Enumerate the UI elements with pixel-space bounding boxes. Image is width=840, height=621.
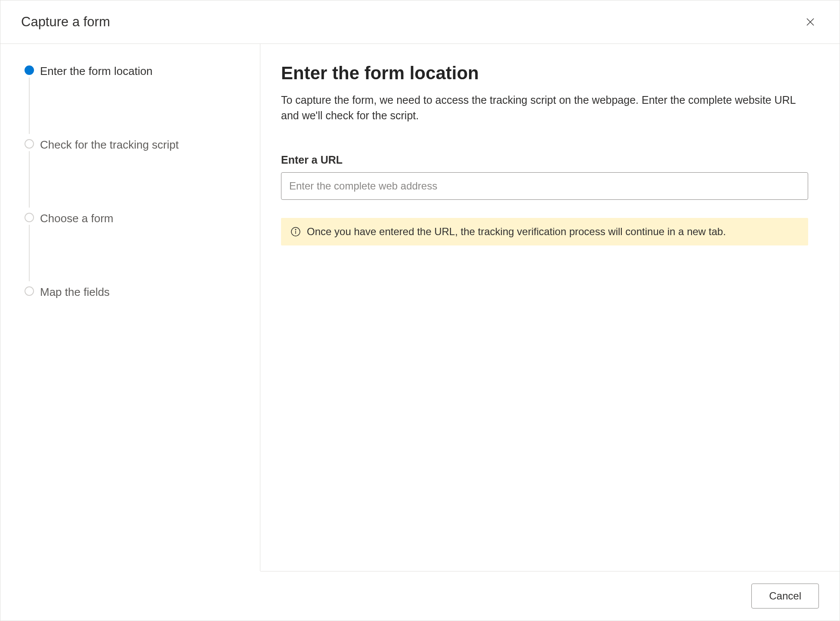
step-marker-icon [25,139,34,149]
step-marker-icon [25,286,34,296]
capture-form-dialog: Capture a form Enter the form location C… [0,0,840,621]
cancel-button[interactable]: Cancel [751,584,819,609]
step-enter-location[interactable]: Enter the form location [25,65,250,138]
wizard-steps: Enter the form location Check for the tr… [25,65,250,299]
info-text: Once you have entered the URL, the track… [307,226,726,238]
dialog-header: Capture a form [0,0,840,44]
dialog-title: Capture a form [21,14,110,30]
info-bar: Once you have entered the URL, the track… [281,218,808,245]
step-label: Map the fields [40,286,110,299]
step-marker-icon [25,213,34,222]
step-label: Choose a form [40,212,114,225]
svg-point-4 [295,229,296,230]
step-marker-icon [25,65,34,75]
main-description: To capture the form, we need to access t… [281,92,797,124]
dialog-body: Enter the form location Check for the tr… [0,44,840,571]
step-choose-form[interactable]: Choose a form [25,212,250,286]
step-map-fields[interactable]: Map the fields [25,286,250,299]
close-button[interactable] [802,13,819,31]
url-input[interactable] [281,172,808,200]
step-label: Enter the form location [40,65,153,78]
url-field-label: Enter a URL [281,154,819,166]
dialog-footer: Cancel [260,571,840,621]
step-label: Check for the tracking script [40,138,179,152]
step-check-script[interactable]: Check for the tracking script [25,138,250,212]
main-heading: Enter the form location [281,63,819,84]
wizard-sidebar: Enter the form location Check for the tr… [0,44,260,571]
main-panel: Enter the form location To capture the f… [260,44,840,571]
close-icon [805,17,815,27]
info-icon [290,227,301,237]
